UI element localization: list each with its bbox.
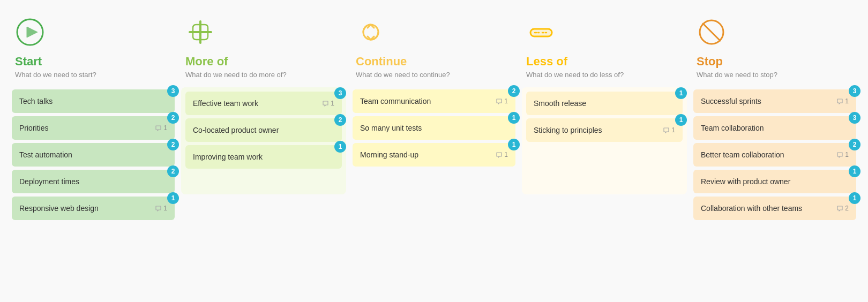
list-item[interactable]: Deployment times	[12, 170, 175, 193]
cards-area-continue: Team communication 12So many unit tests1…	[351, 87, 517, 169]
card-text: Tech talks	[19, 97, 53, 105]
vote-badge: 2	[167, 112, 179, 124]
column-title-more: More of	[185, 55, 228, 69]
vote-badge: 3	[849, 85, 860, 97]
card-text: So many unit tests	[360, 124, 422, 132]
list-item[interactable]: Team communication 1	[353, 89, 515, 113]
card-wrapper: Effective team work 13	[185, 92, 342, 115]
column-less: Less ofWhat do we need to do less of?Smo…	[522, 11, 687, 222]
card-wrapper: Morning stand-up 11	[353, 143, 515, 167]
column-more: More ofWhat do we need to do more of?Eff…	[181, 11, 346, 222]
column-start: StartWhat do we need to start?Tech talks…	[11, 11, 176, 222]
play-icon	[15, 17, 45, 47]
column-header-less: Less ofWhat do we need to do less of?	[522, 11, 687, 87]
column-stop: StopWhat do we need to stop?Successful s…	[692, 11, 857, 222]
column-continue: ContinueWhat do we need to continue?Team…	[351, 11, 517, 222]
list-item[interactable]: Morning stand-up 1	[353, 143, 515, 167]
list-item[interactable]: Improving team work	[185, 145, 342, 169]
cards-area-more: Effective team work 13Co-located product…	[181, 87, 346, 194]
list-item[interactable]: Better team collaboration 1	[693, 143, 856, 167]
comment-count: 1	[496, 97, 508, 105]
vote-badge: 1	[675, 87, 687, 99]
column-subtitle-stop: What do we need to stop?	[697, 71, 777, 79]
vote-badge: 1	[849, 165, 860, 177]
card-text: Collaboration with other teams	[701, 204, 802, 213]
column-title-continue: Continue	[356, 55, 407, 69]
column-header-start: StartWhat do we need to start?	[11, 11, 176, 87]
card-wrapper: Co-located product owner2	[185, 118, 342, 142]
column-title-start: Start	[15, 55, 42, 69]
card-wrapper: Sticking to principles 11	[526, 118, 683, 142]
vote-badge: 2	[167, 139, 179, 150]
list-item[interactable]: Responsive web design 1	[12, 197, 175, 220]
card-wrapper: Better team collaboration 12	[693, 143, 856, 167]
column-subtitle-less: What do we need to do less of?	[526, 71, 624, 79]
vote-badge: 2	[167, 165, 179, 177]
list-item[interactable]: Priorities 1	[12, 116, 175, 140]
column-title-stop: Stop	[697, 55, 723, 69]
vote-badge: 1	[167, 192, 179, 204]
comment-count: 2	[836, 205, 849, 212]
comment-count: 1	[663, 126, 675, 134]
vote-badge: 3	[167, 85, 179, 97]
card-text: Successful sprints	[701, 97, 761, 105]
card-wrapper: Tech talks3	[12, 89, 175, 113]
list-item[interactable]: So many unit tests	[353, 116, 515, 140]
list-item[interactable]: Tech talks	[12, 89, 175, 113]
vote-badge: 1	[334, 141, 346, 153]
comment-count: 1	[322, 100, 334, 107]
svg-marker-1	[27, 27, 38, 37]
list-item[interactable]: Test automation	[12, 143, 175, 167]
card-wrapper: So many unit tests1	[353, 116, 515, 140]
card-wrapper: Deployment times2	[12, 170, 175, 193]
card-text: Responsive web design	[19, 204, 99, 213]
svg-line-4	[703, 24, 720, 41]
list-item[interactable]: Team collaboration	[693, 116, 856, 140]
list-item[interactable]: Collaboration with other teams 2	[693, 197, 856, 220]
retrospective-board: StartWhat do we need to start?Tech talks…	[11, 11, 857, 222]
comment-count: 1	[155, 205, 167, 212]
column-subtitle-more: What do we need to do more of?	[185, 71, 287, 79]
card-wrapper: Collaboration with other teams 21	[693, 197, 856, 220]
card-wrapper: Successful sprints 13	[693, 89, 856, 113]
vote-badge: 3	[849, 112, 860, 124]
list-item[interactable]: Sticking to principles 1	[526, 118, 683, 142]
card-wrapper: Team collaboration3	[693, 116, 856, 140]
card-wrapper: Test automation2	[12, 143, 175, 167]
cards-area-stop: Successful sprints 13Team collaboration3…	[692, 87, 857, 222]
card-text: Effective team work	[193, 99, 258, 108]
cards-area-start: Tech talks3Priorities 12Test automation2…	[11, 87, 176, 222]
card-text: Morning stand-up	[360, 150, 418, 159]
card-wrapper: Review with product owner1	[693, 170, 856, 193]
card-text: Deployment times	[19, 177, 79, 186]
card-text: Sticking to principles	[534, 126, 602, 134]
vote-badge: 1	[508, 112, 520, 124]
list-item[interactable]: Smooth release	[526, 92, 683, 115]
dash-icon	[526, 17, 556, 47]
comment-count: 1	[836, 151, 849, 158]
card-text: Team collaboration	[701, 124, 764, 132]
svg-rect-2	[530, 29, 552, 36]
cycle-icon	[356, 17, 386, 47]
vote-badge: 1	[508, 139, 520, 150]
column-header-more: More ofWhat do we need to do more of?	[181, 11, 346, 87]
vote-badge: 2	[334, 114, 346, 126]
list-item[interactable]: Successful sprints 1	[693, 89, 856, 113]
card-text: Priorities	[19, 124, 48, 132]
column-header-continue: ContinueWhat do we need to continue?	[351, 11, 517, 87]
vote-badge: 1	[849, 192, 860, 204]
list-item[interactable]: Effective team work 1	[185, 92, 342, 115]
card-wrapper: Team communication 12	[353, 89, 515, 113]
cards-area-less: Smooth release1Sticking to principles 11	[522, 87, 687, 194]
column-subtitle-start: What do we need to start?	[15, 71, 96, 79]
card-text: Better team collaboration	[701, 150, 784, 159]
plus-icon	[185, 17, 215, 47]
card-wrapper: Smooth release1	[526, 92, 683, 115]
card-text: Review with product owner	[701, 177, 790, 186]
list-item[interactable]: Co-located product owner	[185, 118, 342, 142]
list-item[interactable]: Review with product owner	[693, 170, 856, 193]
card-wrapper: Improving team work1	[185, 145, 342, 169]
stop-icon	[697, 17, 727, 47]
column-subtitle-continue: What do we need to continue?	[356, 71, 450, 79]
vote-badge: 1	[675, 114, 687, 126]
